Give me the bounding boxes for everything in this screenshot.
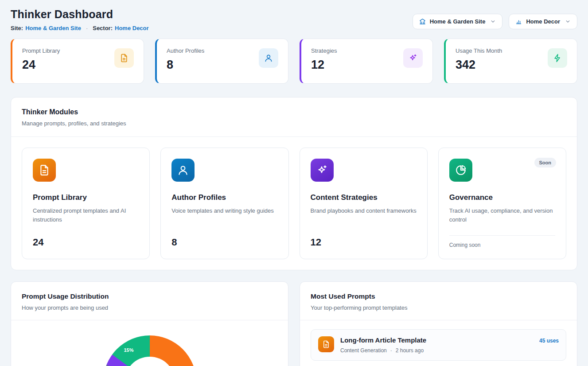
module-description: Voice templates and writing style guides — [171, 206, 277, 215]
stat-text: Prompt Library 24 — [22, 47, 60, 72]
stats-row: Prompt Library 24 Author Profiles 8 Stra… — [11, 39, 577, 84]
sector-selector-dropdown[interactable]: Home Decor — [509, 14, 577, 29]
stat-card-usage: Usage This Month 342 — [444, 39, 577, 84]
topbar: Thinker Dashboard Site: Home & Garden Si… — [11, 8, 577, 31]
coming-soon-text: Coming soon — [449, 242, 555, 248]
prompt-list: Long-form Article Template Content Gener… — [300, 320, 577, 366]
usage-subtitle: How your prompts are being used — [22, 304, 277, 311]
module-count: 12 — [311, 237, 417, 248]
prompt-uses-count: 45 uses — [539, 338, 559, 344]
site-link[interactable]: Home & Garden Site — [25, 25, 81, 31]
stat-label: Prompt Library — [22, 47, 60, 54]
module-title: Content Strategies — [311, 193, 417, 202]
site-meta: Site: Home & Garden Site · Sector: Home … — [11, 25, 149, 31]
module-title: Governance — [449, 193, 555, 202]
chevron-down-icon — [565, 19, 571, 24]
stat-label: Strategies — [311, 47, 337, 54]
usage-distribution-card: Prompt Usage Distribution How your promp… — [11, 281, 288, 366]
module-title: Prompt Library — [33, 193, 139, 202]
divider — [449, 235, 555, 236]
module-card-governance[interactable]: Soon Governance Track AI usage, complian… — [438, 148, 566, 259]
stat-card-author-profiles: Author Profiles 8 — [155, 39, 288, 84]
dashboard-page: Thinker Dashboard Site: Home & Garden Si… — [0, 0, 588, 366]
usage-title: Prompt Usage Distribution — [22, 292, 277, 300]
prompt-title: Long-form Article Template — [340, 336, 533, 344]
module-description: Centralized prompt templates and AI inst… — [33, 206, 139, 224]
lightning-icon — [548, 48, 567, 68]
site-selector-value: Home & Garden Site — [430, 18, 486, 25]
module-card-author-profiles[interactable]: Author Profiles Voice templates and writ… — [160, 148, 288, 259]
page-title: Thinker Dashboard — [11, 8, 149, 21]
stat-text: Strategies 12 — [311, 47, 337, 72]
document-icon — [114, 48, 134, 68]
modules-subtitle: Manage prompts, profiles, and strategies — [22, 120, 566, 127]
meta-separator: · — [86, 25, 88, 31]
stat-card-strategies: Strategies 12 — [300, 39, 433, 84]
sector-selector-value: Home Decor — [526, 18, 560, 25]
sparkle-icon — [403, 48, 423, 68]
selectors: Home & Garden Site Home Decor — [413, 14, 577, 29]
stat-value: 8 — [167, 58, 204, 72]
donut-label: 15% — [124, 347, 133, 353]
building-icon — [419, 18, 426, 25]
module-description: Track AI usage, compliance, and version … — [449, 206, 555, 224]
stat-text: Usage This Month 342 — [456, 47, 502, 72]
user-icon — [259, 48, 278, 68]
stat-text: Author Profiles 8 — [167, 47, 204, 72]
module-count: 8 — [171, 237, 277, 248]
user-icon — [171, 159, 195, 182]
stat-value: 342 — [456, 58, 502, 72]
stat-card-prompt-library: Prompt Library 24 — [11, 39, 144, 84]
stat-label: Usage This Month — [456, 47, 502, 54]
prompt-meta: Content Generation · 2 hours ago — [340, 347, 533, 354]
topbar-left: Thinker Dashboard Site: Home & Garden Si… — [11, 8, 149, 31]
soon-badge: Soon — [534, 158, 557, 167]
donut-chart-area: 15% — [11, 335, 288, 366]
thinker-modules-panel: Thinker Modules Manage prompts, profiles… — [11, 97, 577, 270]
prompt-time: 2 hours ago — [396, 347, 424, 354]
stat-label: Author Profiles — [167, 47, 204, 54]
list-item[interactable]: Long-form Article Template Content Gener… — [311, 329, 566, 361]
module-footer: Coming soon — [449, 235, 555, 248]
module-title: Author Profiles — [171, 193, 277, 202]
chevron-down-icon — [490, 19, 496, 24]
stat-value: 12 — [311, 58, 337, 72]
prompt-category: Content Generation — [340, 347, 387, 354]
stat-value: 24 — [22, 58, 60, 72]
document-icon — [318, 336, 334, 352]
modules-title: Thinker Modules — [22, 108, 566, 116]
usage-header: Prompt Usage Distribution How your promp… — [11, 282, 288, 320]
donut-chart — [103, 335, 196, 366]
most-used-prompts-card: Most Used Prompts Your top-performing pr… — [300, 281, 577, 366]
sector-link[interactable]: Home Decor — [115, 25, 149, 31]
modules-grid: Prompt Library Centralized prompt templa… — [11, 137, 577, 270]
meta-separator: · — [390, 347, 392, 354]
module-card-content-strategies[interactable]: Content Strategies Brand playbooks and c… — [300, 148, 428, 259]
pie-chart-icon — [449, 159, 472, 182]
bar-chart-icon — [515, 18, 522, 25]
divider — [11, 320, 288, 320]
sparkle-icon — [311, 159, 334, 182]
site-selector-dropdown[interactable]: Home & Garden Site — [413, 14, 503, 29]
prompts-title: Most Used Prompts — [311, 292, 566, 300]
module-count: 24 — [33, 237, 139, 248]
prompt-body: Long-form Article Template Content Gener… — [340, 336, 533, 354]
module-card-prompt-library[interactable]: Prompt Library Centralized prompt templa… — [22, 148, 150, 259]
bottom-row: Prompt Usage Distribution How your promp… — [11, 281, 577, 366]
site-label: Site: — [11, 25, 23, 31]
prompts-subtitle: Your top-performing prompt templates — [311, 304, 566, 311]
document-icon — [33, 159, 56, 182]
prompts-header: Most Used Prompts Your top-performing pr… — [300, 282, 577, 320]
module-description: Brand playbooks and content frameworks — [311, 206, 417, 215]
sector-label: Sector: — [93, 25, 113, 31]
modules-header: Thinker Modules Manage prompts, profiles… — [11, 97, 577, 136]
